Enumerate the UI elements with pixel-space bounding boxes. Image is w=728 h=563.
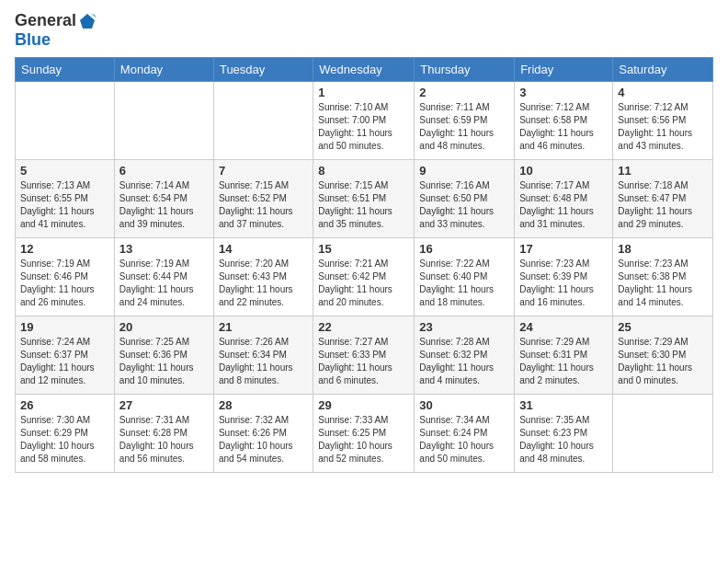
header: General Blue bbox=[15, 11, 713, 50]
day-info: Sunrise: 7:14 AM Sunset: 6:54 PM Dayligh… bbox=[119, 179, 209, 231]
day-info: Sunrise: 7:29 AM Sunset: 6:31 PM Dayligh… bbox=[519, 336, 608, 387]
day-info: Sunrise: 7:22 AM Sunset: 6:40 PM Dayligh… bbox=[419, 258, 509, 309]
day-number: 29 bbox=[318, 398, 409, 412]
calendar-cell: 9Sunrise: 7:16 AM Sunset: 6:50 PM Daylig… bbox=[415, 160, 515, 238]
day-info: Sunrise: 7:28 AM Sunset: 6:32 PM Dayligh… bbox=[419, 336, 509, 387]
calendar-cell: 22Sunrise: 7:27 AM Sunset: 6:33 PM Dayli… bbox=[313, 316, 415, 395]
day-info: Sunrise: 7:13 AM Sunset: 6:55 PM Dayligh… bbox=[20, 179, 109, 231]
day-info: Sunrise: 7:29 AM Sunset: 6:30 PM Dayligh… bbox=[618, 336, 708, 387]
day-number: 27 bbox=[119, 398, 209, 412]
day-number: 18 bbox=[618, 242, 708, 256]
day-number: 13 bbox=[119, 242, 209, 256]
calendar-cell: 24Sunrise: 7:29 AM Sunset: 6:31 PM Dayli… bbox=[515, 316, 613, 395]
calendar-cell: 29Sunrise: 7:33 AM Sunset: 6:25 PM Dayli… bbox=[313, 395, 415, 473]
calendar-cell: 16Sunrise: 7:22 AM Sunset: 6:40 PM Dayli… bbox=[415, 238, 515, 316]
day-info: Sunrise: 7:24 AM Sunset: 6:37 PM Dayligh… bbox=[20, 336, 109, 387]
day-number: 16 bbox=[419, 242, 509, 256]
calendar-header-row: SundayMondayTuesdayWednesdayThursdayFrid… bbox=[16, 58, 713, 82]
calendar-week-3: 12Sunrise: 7:19 AM Sunset: 6:46 PM Dayli… bbox=[16, 238, 713, 316]
day-info: Sunrise: 7:23 AM Sunset: 6:39 PM Dayligh… bbox=[519, 258, 608, 309]
day-header-wednesday: Wednesday bbox=[313, 58, 415, 82]
day-info: Sunrise: 7:27 AM Sunset: 6:33 PM Dayligh… bbox=[318, 336, 409, 387]
day-info: Sunrise: 7:17 AM Sunset: 6:48 PM Dayligh… bbox=[519, 179, 608, 231]
calendar: SundayMondayTuesdayWednesdayThursdayFrid… bbox=[15, 57, 713, 473]
day-number: 23 bbox=[419, 320, 509, 334]
calendar-cell: 17Sunrise: 7:23 AM Sunset: 6:39 PM Dayli… bbox=[515, 238, 613, 316]
calendar-cell: 21Sunrise: 7:26 AM Sunset: 6:34 PM Dayli… bbox=[213, 316, 313, 395]
calendar-cell: 23Sunrise: 7:28 AM Sunset: 6:32 PM Dayli… bbox=[415, 316, 515, 395]
day-header-saturday: Saturday bbox=[613, 58, 713, 82]
day-info: Sunrise: 7:15 AM Sunset: 6:52 PM Dayligh… bbox=[219, 179, 308, 231]
day-header-friday: Friday bbox=[515, 58, 613, 82]
calendar-cell: 15Sunrise: 7:21 AM Sunset: 6:42 PM Dayli… bbox=[313, 238, 415, 316]
day-info: Sunrise: 7:26 AM Sunset: 6:34 PM Dayligh… bbox=[219, 336, 308, 387]
calendar-cell: 3Sunrise: 7:12 AM Sunset: 6:58 PM Daylig… bbox=[515, 82, 613, 160]
day-info: Sunrise: 7:32 AM Sunset: 6:26 PM Dayligh… bbox=[219, 414, 308, 465]
calendar-cell: 8Sunrise: 7:15 AM Sunset: 6:51 PM Daylig… bbox=[313, 160, 415, 238]
day-info: Sunrise: 7:12 AM Sunset: 6:58 PM Dayligh… bbox=[519, 101, 608, 153]
calendar-cell bbox=[16, 82, 115, 160]
day-info: Sunrise: 7:23 AM Sunset: 6:38 PM Dayligh… bbox=[618, 258, 708, 309]
day-number: 1 bbox=[318, 86, 409, 99]
calendar-cell: 2Sunrise: 7:11 AM Sunset: 6:59 PM Daylig… bbox=[415, 82, 515, 160]
calendar-cell: 18Sunrise: 7:23 AM Sunset: 6:38 PM Dayli… bbox=[613, 238, 713, 316]
calendar-cell: 30Sunrise: 7:34 AM Sunset: 6:24 PM Dayli… bbox=[415, 395, 515, 473]
day-number: 3 bbox=[519, 86, 608, 99]
logo-general-text: General bbox=[15, 11, 76, 30]
page: General Blue SundayMondayTuesdayWednesda… bbox=[0, 0, 728, 563]
day-number: 25 bbox=[618, 320, 708, 334]
day-info: Sunrise: 7:12 AM Sunset: 6:56 PM Dayligh… bbox=[618, 101, 708, 153]
day-header-tuesday: Tuesday bbox=[213, 58, 313, 82]
calendar-week-5: 26Sunrise: 7:30 AM Sunset: 6:29 PM Dayli… bbox=[16, 395, 713, 473]
day-number: 24 bbox=[519, 320, 608, 334]
calendar-cell: 13Sunrise: 7:19 AM Sunset: 6:44 PM Dayli… bbox=[114, 238, 213, 316]
day-number: 14 bbox=[219, 242, 308, 256]
calendar-week-1: 1Sunrise: 7:10 AM Sunset: 7:00 PM Daylig… bbox=[16, 82, 713, 160]
day-number: 2 bbox=[419, 86, 509, 99]
day-number: 12 bbox=[20, 242, 109, 256]
calendar-cell: 25Sunrise: 7:29 AM Sunset: 6:30 PM Dayli… bbox=[613, 316, 713, 395]
calendar-cell: 5Sunrise: 7:13 AM Sunset: 6:55 PM Daylig… bbox=[16, 160, 115, 238]
calendar-week-4: 19Sunrise: 7:24 AM Sunset: 6:37 PM Dayli… bbox=[16, 316, 713, 395]
calendar-cell: 28Sunrise: 7:32 AM Sunset: 6:26 PM Dayli… bbox=[213, 395, 313, 473]
calendar-cell: 14Sunrise: 7:20 AM Sunset: 6:43 PM Dayli… bbox=[213, 238, 313, 316]
day-header-thursday: Thursday bbox=[415, 58, 515, 82]
day-number: 28 bbox=[219, 398, 308, 412]
calendar-cell: 20Sunrise: 7:25 AM Sunset: 6:36 PM Dayli… bbox=[114, 316, 213, 395]
day-number: 4 bbox=[618, 86, 708, 99]
calendar-cell: 4Sunrise: 7:12 AM Sunset: 6:56 PM Daylig… bbox=[613, 82, 713, 160]
day-number: 6 bbox=[119, 164, 209, 178]
calendar-cell: 31Sunrise: 7:35 AM Sunset: 6:23 PM Dayli… bbox=[515, 395, 613, 473]
day-info: Sunrise: 7:18 AM Sunset: 6:47 PM Dayligh… bbox=[618, 179, 708, 231]
day-number: 7 bbox=[219, 164, 308, 178]
calendar-cell bbox=[213, 82, 313, 160]
day-number: 5 bbox=[20, 164, 109, 178]
calendar-cell: 12Sunrise: 7:19 AM Sunset: 6:46 PM Dayli… bbox=[16, 238, 115, 316]
logo-blue-text: Blue bbox=[15, 30, 51, 49]
day-info: Sunrise: 7:11 AM Sunset: 6:59 PM Dayligh… bbox=[419, 101, 509, 153]
day-number: 31 bbox=[519, 398, 608, 412]
day-number: 20 bbox=[119, 320, 209, 334]
calendar-cell: 19Sunrise: 7:24 AM Sunset: 6:37 PM Dayli… bbox=[16, 316, 115, 395]
day-info: Sunrise: 7:16 AM Sunset: 6:50 PM Dayligh… bbox=[419, 179, 509, 231]
calendar-week-2: 5Sunrise: 7:13 AM Sunset: 6:55 PM Daylig… bbox=[16, 160, 713, 238]
day-number: 11 bbox=[618, 164, 708, 178]
day-header-monday: Monday bbox=[114, 58, 213, 82]
calendar-cell: 27Sunrise: 7:31 AM Sunset: 6:28 PM Dayli… bbox=[114, 395, 213, 473]
day-info: Sunrise: 7:19 AM Sunset: 6:44 PM Dayligh… bbox=[119, 258, 209, 309]
day-number: 8 bbox=[318, 164, 409, 178]
calendar-cell: 1Sunrise: 7:10 AM Sunset: 7:00 PM Daylig… bbox=[313, 82, 415, 160]
logo: General Blue bbox=[15, 11, 97, 50]
calendar-cell bbox=[613, 395, 713, 473]
calendar-cell bbox=[114, 82, 213, 160]
day-info: Sunrise: 7:31 AM Sunset: 6:28 PM Dayligh… bbox=[119, 414, 209, 465]
day-info: Sunrise: 7:34 AM Sunset: 6:24 PM Dayligh… bbox=[419, 414, 509, 465]
day-number: 10 bbox=[519, 164, 608, 178]
day-number: 9 bbox=[419, 164, 509, 178]
calendar-cell: 10Sunrise: 7:17 AM Sunset: 6:48 PM Dayli… bbox=[515, 160, 613, 238]
day-info: Sunrise: 7:25 AM Sunset: 6:36 PM Dayligh… bbox=[119, 336, 209, 387]
day-info: Sunrise: 7:21 AM Sunset: 6:42 PM Dayligh… bbox=[318, 258, 409, 309]
day-number: 26 bbox=[20, 398, 109, 412]
calendar-cell: 7Sunrise: 7:15 AM Sunset: 6:52 PM Daylig… bbox=[213, 160, 313, 238]
calendar-cell: 11Sunrise: 7:18 AM Sunset: 6:47 PM Dayli… bbox=[613, 160, 713, 238]
